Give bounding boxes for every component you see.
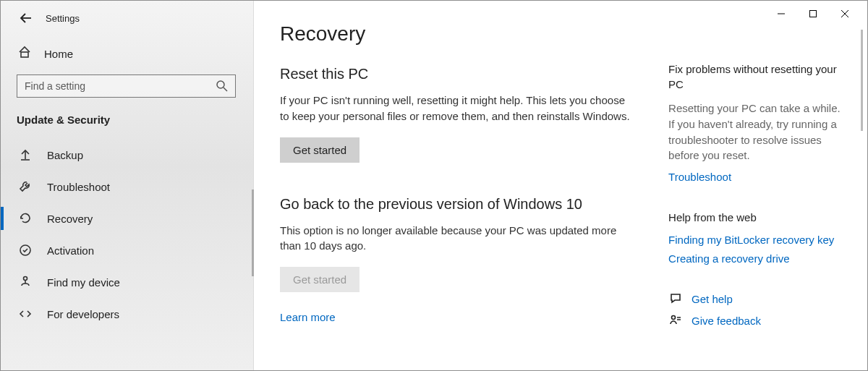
- side-column: Fix problems without resetting your PC R…: [668, 22, 841, 370]
- learn-more-link[interactable]: Learn more: [280, 311, 336, 323]
- svg-point-6: [217, 81, 224, 88]
- content-area: Recovery Reset this PC If your PC isn't …: [254, 1, 867, 370]
- give-feedback-link[interactable]: Give feedback: [692, 315, 761, 327]
- sidebar-scrollbar[interactable]: [252, 189, 254, 276]
- side-fix-problems: Fix problems without resetting your PC R…: [668, 61, 841, 184]
- recovery-drive-link[interactable]: Creating a recovery drive: [668, 252, 790, 265]
- side-web-help: Help from the web Finding my BitLocker r…: [668, 210, 841, 265]
- give-feedback-row[interactable]: Give feedback: [668, 313, 841, 328]
- nav-item-troubleshoot[interactable]: Troubleshoot: [1, 171, 253, 202]
- nav-item-find-my-device[interactable]: Find my device: [1, 266, 253, 298]
- nav-home-label: Home: [44, 48, 73, 60]
- check-circle-icon: [18, 243, 33, 257]
- side-block-description: Resetting your PC can take a while. If y…: [668, 101, 841, 163]
- search-box[interactable]: [17, 74, 236, 98]
- nav-item-label: For developers: [47, 308, 119, 320]
- goback-get-started-button: Get started: [280, 267, 359, 292]
- chat-icon: [668, 291, 683, 306]
- close-button[interactable]: [835, 7, 854, 21]
- nav-item-label: Troubleshoot: [47, 181, 110, 193]
- settings-window: Settings Home Update & Security Backup T…: [0, 0, 868, 371]
- nav-list: Backup Troubleshoot Recovery Activation …: [1, 139, 253, 330]
- troubleshoot-link[interactable]: Troubleshoot: [668, 171, 731, 183]
- search-input[interactable]: [25, 80, 210, 92]
- section-reset-pc: Reset this PC If your PC isn't running w…: [280, 66, 632, 163]
- svg-line-7: [224, 88, 227, 91]
- nav-item-activation[interactable]: Activation: [1, 234, 253, 266]
- nav-group-title: Update & Security: [1, 105, 253, 139]
- backup-icon: [18, 148, 33, 162]
- wrench-icon: [18, 179, 33, 194]
- code-icon: [18, 307, 33, 321]
- app-title: Settings: [46, 13, 80, 24]
- content-scrollbar[interactable]: [861, 30, 863, 131]
- svg-rect-5: [21, 52, 28, 57]
- feedback-icon: [668, 313, 683, 328]
- back-button[interactable]: [18, 11, 33, 25]
- window-controls: [759, 1, 867, 27]
- side-block-title: Fix problems without resetting your PC: [668, 61, 841, 92]
- svg-rect-1: [810, 11, 817, 17]
- main-column: Recovery Reset this PC If your PC isn't …: [280, 22, 632, 370]
- nav-item-recovery[interactable]: Recovery: [1, 202, 253, 234]
- bitlocker-link[interactable]: Finding my BitLocker recovery key: [668, 234, 834, 246]
- svg-point-11: [24, 277, 27, 281]
- nav-home[interactable]: Home: [1, 38, 253, 69]
- get-help-row[interactable]: Get help: [668, 291, 841, 306]
- nav-item-backup[interactable]: Backup: [1, 139, 253, 171]
- section-description: If your PC isn't running well, resetting…: [280, 93, 632, 124]
- search-container: [1, 69, 253, 105]
- nav-item-label: Backup: [47, 149, 83, 161]
- page-title: Recovery: [280, 22, 632, 46]
- section-go-back: Go back to the previous version of Windo…: [280, 196, 632, 325]
- nav-item-for-developers[interactable]: For developers: [1, 298, 253, 330]
- sidebar: Settings Home Update & Security Backup T…: [1, 1, 254, 370]
- section-title: Reset this PC: [280, 66, 632, 82]
- nav-item-label: Recovery: [47, 213, 93, 225]
- side-block-title: Help from the web: [668, 210, 841, 225]
- minimize-button[interactable]: [772, 7, 791, 21]
- recovery-icon: [18, 211, 33, 226]
- section-title: Go back to the previous version of Windo…: [280, 196, 632, 213]
- get-help-link[interactable]: Get help: [692, 293, 733, 305]
- sidebar-header: Settings: [1, 1, 253, 31]
- nav-item-label: Find my device: [47, 276, 120, 289]
- section-description: This option is no longer available becau…: [280, 223, 632, 255]
- side-footer-links: Get help Give feedback: [668, 291, 841, 328]
- nav-item-label: Activation: [47, 244, 94, 257]
- search-icon: [216, 80, 228, 95]
- svg-point-12: [672, 316, 676, 320]
- location-icon: [18, 275, 33, 289]
- reset-get-started-button[interactable]: Get started: [280, 137, 359, 163]
- maximize-button[interactable]: [804, 7, 822, 21]
- home-icon: [18, 46, 31, 61]
